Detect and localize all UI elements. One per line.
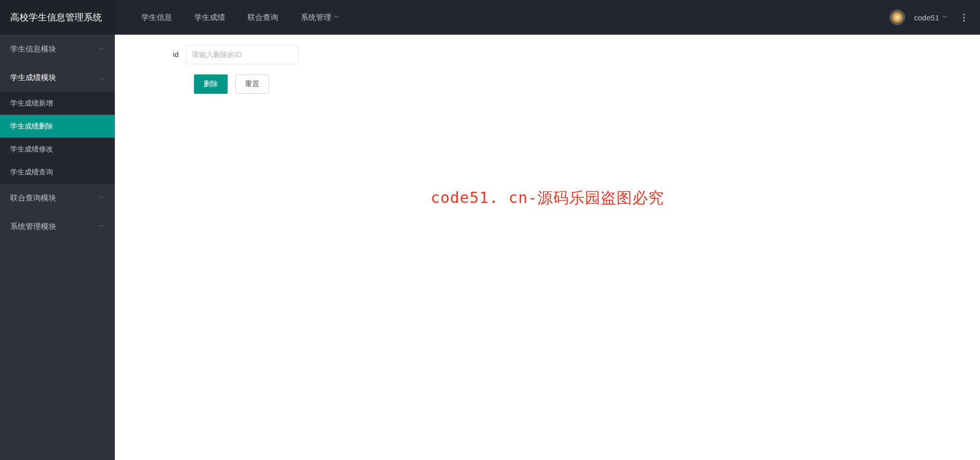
sidebar-item-score-add[interactable]: 学生成绩新增 bbox=[0, 92, 115, 115]
username-label: code51 bbox=[914, 13, 939, 22]
chevron-down-icon: ﹀ bbox=[334, 13, 340, 22]
sidebar-item-score-update[interactable]: 学生成绩修改 bbox=[0, 138, 115, 161]
username-dropdown[interactable]: code51 ﹀ bbox=[914, 13, 948, 22]
header: 高校学生信息管理系统 学生信息 学生成绩 联合查询 系统管理 ﹀ code51 … bbox=[0, 0, 980, 35]
nav-joint-query[interactable]: 联合查询 bbox=[236, 0, 289, 35]
reset-button[interactable]: 重置 bbox=[235, 74, 269, 94]
id-label: id bbox=[140, 50, 186, 59]
nav-label: 联合查询 bbox=[248, 13, 278, 22]
sidebar-item-label: 学生成绩查询 bbox=[10, 168, 53, 177]
watermark-text: code51. cn-源码乐园盗图必究 bbox=[431, 188, 665, 209]
nav-student-info[interactable]: 学生信息 bbox=[130, 0, 183, 35]
sidebar-group-student-score[interactable]: 学生成绩模块 ﹀ bbox=[0, 63, 115, 92]
sidebar-group-label: 联合查询模块 bbox=[10, 193, 56, 203]
chevron-down-icon: ﹀ bbox=[99, 222, 105, 231]
form-buttons: 删除 重置 bbox=[194, 74, 970, 94]
sidebar-item-score-query[interactable]: 学生成绩查询 bbox=[0, 161, 115, 184]
sidebar-item-label: 学生成绩删除 bbox=[10, 122, 53, 131]
sidebar-group-joint-query[interactable]: 联合查询模块 ﹀ bbox=[0, 184, 115, 212]
nav-student-score[interactable]: 学生成绩 bbox=[183, 0, 236, 35]
top-nav: 学生信息 学生成绩 联合查询 系统管理 ﹀ bbox=[115, 0, 890, 35]
sidebar-group-student-info[interactable]: 学生信息模块 ﹀ bbox=[0, 35, 115, 63]
nav-label: 学生信息 bbox=[141, 13, 172, 22]
sidebar-group-label: 学生成绩模块 bbox=[10, 73, 56, 83]
main-content: id 删除 重置 code51. cn-源码乐园盗图必究 bbox=[115, 35, 980, 460]
nav-label: 系统管理 bbox=[301, 13, 331, 22]
id-input[interactable] bbox=[186, 45, 299, 64]
sidebar-group-label: 系统管理模块 bbox=[10, 222, 56, 232]
sidebar-item-label: 学生成绩修改 bbox=[10, 145, 53, 154]
user-area: code51 ﹀ bbox=[890, 10, 980, 25]
sidebar-group-system-manage[interactable]: 系统管理模块 ﹀ bbox=[0, 212, 115, 241]
form-row-id: id bbox=[140, 45, 970, 64]
delete-button[interactable]: 删除 bbox=[194, 74, 228, 94]
avatar[interactable] bbox=[890, 10, 905, 25]
sidebar-item-score-delete[interactable]: 学生成绩删除 bbox=[0, 115, 115, 138]
sidebar: 学生信息模块 ﹀ 学生成绩模块 ﹀ 学生成绩新增 学生成绩删除 学生成绩修改 学… bbox=[0, 35, 115, 460]
sidebar-submenu-score: 学生成绩新增 学生成绩删除 学生成绩修改 学生成绩查询 bbox=[0, 92, 115, 184]
layout: 学生信息模块 ﹀ 学生成绩模块 ﹀ 学生成绩新增 学生成绩删除 学生成绩修改 学… bbox=[0, 35, 980, 460]
logo: 高校学生信息管理系统 bbox=[0, 0, 115, 35]
chevron-down-icon: ﹀ bbox=[99, 45, 105, 54]
chevron-down-icon: ﹀ bbox=[99, 194, 105, 202]
sidebar-group-label: 学生信息模块 bbox=[10, 44, 56, 54]
chevron-down-icon: ﹀ bbox=[942, 13, 948, 22]
sidebar-item-label: 学生成绩新增 bbox=[10, 99, 53, 108]
nav-system-manage[interactable]: 系统管理 ﹀ bbox=[289, 0, 351, 35]
chevron-up-icon: ﹀ bbox=[99, 73, 105, 82]
nav-label: 学生成绩 bbox=[194, 13, 225, 22]
more-icon[interactable] bbox=[958, 11, 970, 23]
